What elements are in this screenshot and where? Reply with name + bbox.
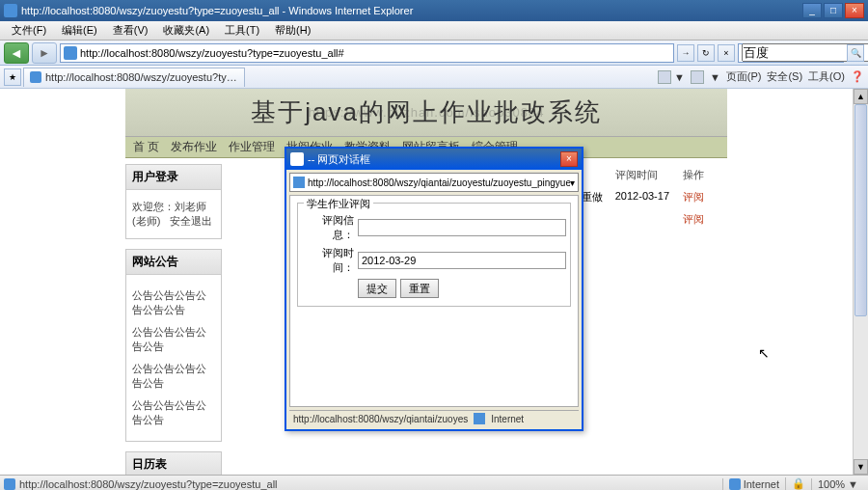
reset-button[interactable]: 重置 <box>400 279 439 298</box>
input-review-time[interactable] <box>358 252 566 269</box>
dialog-page-icon <box>293 177 305 188</box>
nav-manage[interactable]: 作业管理 <box>229 139 275 155</box>
viewport: 基于java的网上作业批改系统 https://www.huzhan.com/i… <box>0 89 868 475</box>
logout-link[interactable]: 安全退出 <box>170 215 212 227</box>
statusbar: http://localhost:8080/wszy/zuoyestu?type… <box>0 475 868 490</box>
menu-tools[interactable]: 工具(T) <box>217 23 267 38</box>
col-action: 操作 <box>683 168 721 182</box>
sidebar: 用户登录 欢迎您：刘老师(老师) 安全退出 网站公告 公告公告公告公告公告公告 … <box>125 164 222 475</box>
scroll-down-button[interactable]: ▼ <box>854 459 868 475</box>
label-info: 评阅信息： <box>302 213 358 242</box>
refresh-button[interactable]: ↻ <box>697 44 715 62</box>
notice-line[interactable]: 公告公告公告公告公告 <box>132 395 215 431</box>
calendar-panel: 日历表 日 一 二 三 四 五 六 12 <box>125 451 222 475</box>
login-title: 用户登录 <box>126 165 221 190</box>
menu-file[interactable]: 文件(F) <box>4 23 54 38</box>
feed-button[interactable] <box>691 69 704 84</box>
dialog-body: 学生作业评阅 评阅信息： 评阅时间： 提交 重置 ↖ <box>289 195 579 407</box>
page-menu[interactable]: 页面(P) <box>726 69 762 84</box>
navbar: ◄ ► → ↻ × 🔍 <box>0 41 868 66</box>
dialog-statusbar: http://localhost:8080/wszy/qiantai/zuoye… <box>289 410 579 426</box>
window-minimize[interactable]: _ <box>802 3 822 18</box>
menu-edit[interactable]: 编辑(E) <box>54 23 105 38</box>
page-banner: 基于java的网上作业批改系统 https://www.huzhan.com/i… <box>125 89 727 137</box>
vertical-scrollbar[interactable]: ▲ ▼ <box>853 89 868 475</box>
notice-title: 网站公告 <box>126 250 221 275</box>
dialog-address: ▾ <box>289 173 579 192</box>
window-titlebar: http://localhost:8080/wszy/zuoyestu?type… <box>0 0 868 21</box>
tab-label: http://localhost:8080/wszy/zuoyestu?type… <box>45 71 238 83</box>
browser-tab[interactable]: http://localhost:8080/wszy/zuoyestu?type… <box>23 68 245 87</box>
calendar-title: 日历表 <box>126 452 221 475</box>
window-title: http://localhost:8080/wszy/zuoyestu?type… <box>21 5 800 16</box>
menubar: 文件(F) 编辑(E) 查看(V) 收藏夹(A) 工具(T) 帮助(H) <box>0 21 868 41</box>
cell-time: 2012-03-17 <box>615 190 683 204</box>
scroll-track[interactable] <box>854 104 868 459</box>
notice-line[interactable]: 公告公告公告公告公告 <box>132 321 215 358</box>
label-time: 评阅时间： <box>302 246 358 275</box>
review-link[interactable]: 评阅 <box>683 190 721 204</box>
tabbar: ★ http://localhost:8080/wszy/zuoyestu?ty… <box>0 66 868 89</box>
dialog-close[interactable]: × <box>560 151 578 167</box>
dialog-window: -- 网页对话框 × ▾ 学生作业评阅 评阅信息： 评阅时间： <box>285 147 583 431</box>
menu-help[interactable]: 帮助(H) <box>267 23 318 38</box>
dialog-status-zone: Internet <box>491 414 524 424</box>
nav-publish[interactable]: 发布作业 <box>171 139 217 155</box>
nav-home[interactable]: 首 页 <box>133 139 159 155</box>
menu-view[interactable]: 查看(V) <box>105 23 156 38</box>
internet-zone-icon <box>474 413 485 424</box>
go-button[interactable]: → <box>677 44 694 62</box>
window-maximize[interactable]: □ <box>824 3 843 18</box>
tab-icon <box>30 71 41 83</box>
feed-icon <box>691 70 704 84</box>
notice-line[interactable]: 公告公告公告公告公告 <box>132 358 215 395</box>
submit-button[interactable]: 提交 <box>358 279 396 298</box>
tools-menu[interactable]: 工具(O) <box>808 69 845 84</box>
cell-time <box>615 212 683 227</box>
review-link[interactable]: 评阅 <box>683 212 721 227</box>
search-button[interactable]: 🔍 <box>847 44 864 62</box>
help-button[interactable]: ❓ <box>851 69 864 84</box>
back-button[interactable]: ◄ <box>4 42 29 64</box>
notice-line[interactable]: 公告公告公告公告公告公告 <box>132 285 215 321</box>
scroll-thumb[interactable] <box>854 104 867 316</box>
page-content: 基于java的网上作业批改系统 https://www.huzhan.com/i… <box>0 89 853 475</box>
form-group: 学生作业评阅 评阅信息： 评阅时间： 提交 重置 <box>297 203 571 307</box>
dialog-status-url: http://localhost:8080/wszy/qiantai/zuoye… <box>293 414 468 424</box>
window-close[interactable]: × <box>845 3 864 18</box>
zoom-level[interactable]: 100% ▼ <box>811 478 864 490</box>
stop-button[interactable]: × <box>718 44 735 62</box>
protected-mode[interactable]: 🔒 <box>785 477 811 490</box>
input-review-info[interactable] <box>358 219 566 236</box>
search-bar[interactable] <box>738 43 844 63</box>
dialog-icon <box>290 152 304 166</box>
favorites-icon[interactable]: ★ <box>4 68 21 86</box>
login-panel: 用户登录 欢迎您：刘老师(老师) 安全退出 <box>125 164 222 239</box>
status-url: http://localhost:8080/wszy/zuoyestu?type… <box>19 478 278 490</box>
dialog-titlebar[interactable]: -- 网页对话框 × <box>286 149 582 170</box>
home-button[interactable]: ▼ <box>658 69 685 84</box>
page-icon <box>64 46 77 60</box>
dialog-dropdown-icon[interactable]: ▾ <box>570 177 575 188</box>
internet-icon <box>729 478 741 490</box>
col-time: 评阅时间 <box>615 168 683 182</box>
address-input[interactable] <box>80 47 670 59</box>
watermark: https://www.huzhan.com/ishop30884 <box>309 105 545 120</box>
form-legend: 学生作业评阅 <box>304 197 373 211</box>
print-button[interactable]: ▼ <box>710 69 720 84</box>
status-zone[interactable]: Internet <box>722 478 785 490</box>
forward-button[interactable]: ► <box>32 42 57 64</box>
address-bar[interactable] <box>60 43 674 63</box>
ie-icon <box>4 4 17 17</box>
safety-menu[interactable]: 安全(S) <box>767 69 802 84</box>
scroll-up-button[interactable]: ▲ <box>854 89 868 104</box>
mouse-cursor-icon: ↖ <box>758 345 770 361</box>
dialog-title: -- 网页对话框 <box>308 152 560 167</box>
notice-panel: 网站公告 公告公告公告公告公告公告 公告公告公告公告公告 公告公告公告公告公告 … <box>125 249 222 442</box>
home-icon <box>658 70 671 84</box>
menu-favorites[interactable]: 收藏夹(A) <box>155 23 217 38</box>
status-page-icon <box>4 478 15 490</box>
dialog-url-input[interactable] <box>308 177 570 188</box>
